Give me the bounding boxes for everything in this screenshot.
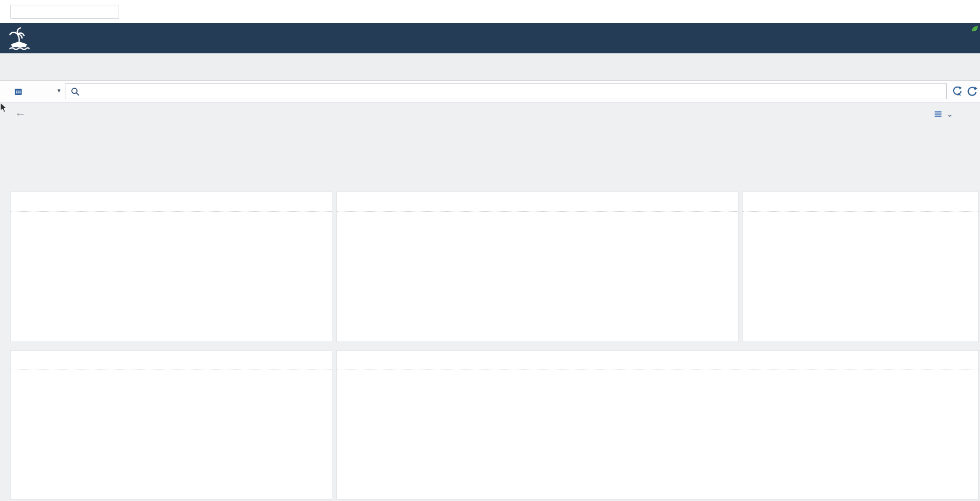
attacks-timeline-chart — [337, 192, 738, 342]
chevron-down-icon[interactable]: ▾ — [57, 87, 61, 94]
top-attack-sources-card — [10, 192, 332, 342]
events-tab-bar — [0, 53, 980, 81]
calendar-icon[interactable] — [14, 88, 22, 96]
auto-search-icon[interactable]: A — [952, 86, 963, 97]
leaf-icon — [971, 25, 979, 33]
mouse-cursor — [0, 102, 7, 113]
attacks-timeline-card — [337, 192, 738, 342]
policy-actions — [956, 0, 980, 23]
attack-sources-bar-chart — [11, 192, 332, 342]
chevron-down-icon: ⌄ — [947, 110, 953, 118]
global-search-input[interactable] — [11, 5, 119, 18]
asset-statistics-card — [337, 350, 979, 499]
back-arrow-icon[interactable]: ← — [15, 107, 26, 118]
top-bar — [0, 0, 980, 23]
search-icon — [71, 87, 80, 96]
event-search-box — [65, 83, 947, 99]
main-nav-bar — [0, 23, 980, 53]
palm-island-logo-icon[interactable] — [7, 26, 31, 51]
asset-statistics-table — [337, 351, 978, 499]
appsec-dashboard-app: ▾ A ← ⌄ — [0, 0, 980, 501]
filter-bar: ▾ A — [0, 81, 980, 102]
svg-text:A: A — [957, 92, 961, 97]
options-menu[interactable]: ⌄ — [935, 110, 953, 118]
attacks-level-pie-chart — [743, 192, 978, 342]
event-search-input[interactable] — [80, 88, 940, 96]
attacked-assets-bar-chart — [11, 351, 332, 499]
hamburger-icon — [935, 110, 941, 118]
top-attacked-assets-card — [10, 350, 332, 499]
attacks-level-card — [743, 192, 979, 342]
partner-badge[interactable] — [971, 25, 980, 33]
dashboard-content: ← ⌄ — [0, 102, 980, 501]
refresh-icon[interactable] — [966, 86, 978, 97]
